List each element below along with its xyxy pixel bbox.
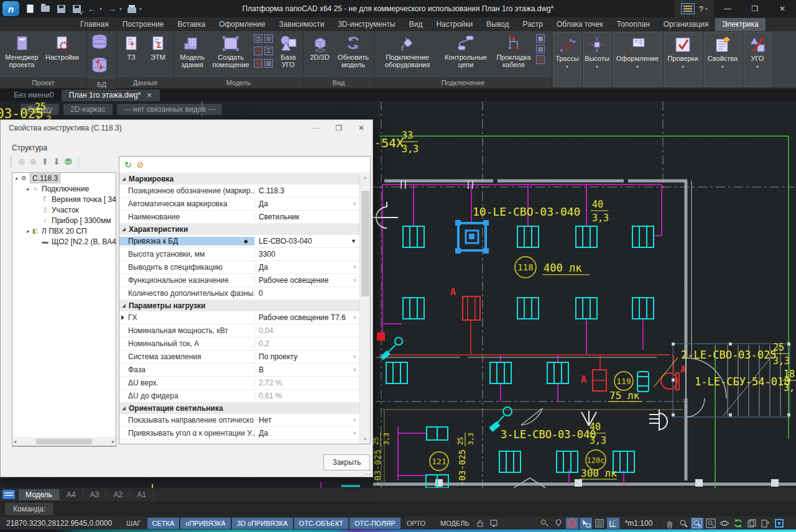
dropdown-caret-icon[interactable]: ˅	[353, 201, 356, 207]
proverki-button[interactable]: Проверки ▾	[664, 32, 701, 86]
light-cursor-icon[interactable]	[539, 518, 551, 529]
toggle-snap[interactable]: ШАГ	[121, 518, 146, 529]
viewport-frame-icon[interactable]	[773, 518, 785, 529]
section-expander-icon[interactable]	[122, 304, 126, 308]
ribbon-tab-oformlenie[interactable]: Оформление	[212, 18, 272, 31]
toggle-osnap[interactable]: оПРИВЯЗКА	[180, 518, 231, 529]
undo-icon[interactable]: ←	[86, 3, 98, 14]
trassy-button[interactable]: Трассы ▾	[553, 32, 581, 86]
scroll-right-icon[interactable]: ▸	[112, 439, 114, 444]
dropdown-caret-icon[interactable]: ˅	[353, 354, 356, 360]
print-icon[interactable]	[126, 3, 137, 14]
dropdown-caret-icon[interactable]: ▼	[351, 238, 356, 244]
section-expander-icon[interactable]	[122, 227, 126, 231]
project-manager-button[interactable]: Менеджер проекта	[1, 32, 42, 77]
layout-tab-a3[interactable]: А3	[83, 489, 107, 500]
redo-icon[interactable]: →	[106, 3, 118, 14]
maximize-button[interactable]: ❒	[741, 0, 769, 17]
section-orientation[interactable]: Ориентация светильника	[119, 403, 360, 414]
app-logo-icon[interactable]: n	[2, 1, 19, 16]
update-model-button[interactable]: Обновить модель	[335, 32, 372, 77]
project-settings-button[interactable]: Настройки	[42, 32, 82, 77]
ribbon-tab-vid[interactable]: Вид	[402, 18, 430, 31]
grid-vertical-scrollbar[interactable]: ˄ ˅	[359, 173, 370, 444]
dialog-close-icon[interactable]: ✕	[350, 120, 373, 136]
dialog-maximize-icon[interactable]: ❒	[328, 120, 350, 136]
scroll-up-icon[interactable]: ˄	[360, 173, 370, 183]
tree-horizontal-scrollbar[interactable]: ◂ ▸	[12, 437, 116, 446]
tree-item-cable-channel[interactable]: ◧ Л ПВХ 20 СП	[12, 226, 116, 236]
undo-caret-icon[interactable]: ▾	[100, 6, 102, 12]
bulb-icon[interactable]	[552, 518, 565, 529]
scroll-left-icon[interactable]: ◂	[14, 439, 16, 444]
drawing-explorer-icon[interactable]	[681, 3, 695, 14]
ribbon-tab-vstavka[interactable]: Вставка	[171, 18, 213, 31]
database-button[interactable]	[90, 33, 114, 54]
toggle-grid[interactable]: СЕТКА	[147, 518, 180, 529]
2d3d-button[interactable]: 2D/3D	[305, 32, 335, 77]
model-space-button[interactable]: МОДЕЛЬ	[437, 520, 473, 527]
scrollbar-thumb[interactable]	[361, 191, 369, 296]
help-caret-icon[interactable]: ▾	[705, 6, 708, 12]
dialog-minimize-icon[interactable]: —	[305, 120, 328, 136]
doc-tab-untitled[interactable]: Без имени0	[6, 89, 62, 101]
section-expander-icon[interactable]	[122, 406, 126, 410]
ribbon-tab-postroenie[interactable]: Построение	[116, 18, 171, 31]
zoom-window-icon[interactable]	[691, 518, 703, 529]
command-line[interactable]: Команда:	[0, 501, 796, 516]
connection-tool-grid-icon[interactable]: ▦	[536, 34, 545, 43]
toggle-polar[interactable]: ОТС-ПОЛЯР	[349, 518, 400, 529]
toggle-ortho[interactable]: ОРТО	[402, 518, 430, 529]
orbit-icon[interactable]	[718, 518, 731, 529]
zoom-icon[interactable]	[677, 518, 690, 529]
tz-button[interactable]: ТЗ	[118, 32, 144, 77]
dialog-resize-grip[interactable]	[365, 469, 371, 475]
connect-equipment-button[interactable]: Подключение оборудования	[376, 32, 439, 77]
dropdown-caret-icon[interactable]: ˅	[353, 367, 356, 373]
toggle-otrack[interactable]: ОТС-ОБЪЕКТ	[294, 518, 348, 529]
ribbon-tab-oblaka[interactable]: Облака точек	[550, 18, 610, 31]
expander-icon[interactable]	[26, 188, 29, 190]
model-tool-target-icon[interactable]: ◎	[264, 34, 273, 43]
layout-tab-a1[interactable]: А1	[130, 489, 154, 500]
close-button[interactable]: ✕	[769, 0, 796, 17]
minimize-button[interactable]: —	[714, 0, 741, 17]
control-circuits-button[interactable]: Контрольные цепи	[439, 32, 493, 77]
doc-tab-plan[interactable]: План 1го этажа.dwg* ✕	[62, 89, 160, 101]
command-prompt[interactable]: Команда:	[5, 503, 53, 515]
ribbon-tab-zavisimosti[interactable]: Зависимости	[272, 18, 331, 31]
tree-item-construct[interactable]: ⚙ С.118.3	[12, 173, 116, 183]
selection-list-icon[interactable]	[593, 518, 606, 529]
model-tool-cross-icon[interactable]: ✛	[254, 47, 262, 55]
add-from-db-icon[interactable]: ⛃	[65, 157, 72, 166]
tree-item-segment[interactable]: ▯ Участок	[12, 204, 116, 215]
tree-item-top-point[interactable]: Г Верхняя точка [ 34	[12, 194, 116, 204]
remove-icon[interactable]: ⊗	[30, 157, 37, 166]
linked-views-button[interactable]: --- нет связанных видов ---	[117, 104, 223, 115]
cable-routing-button[interactable]: Прокладка кабеля	[493, 32, 535, 77]
ribbon-tab-elektrika[interactable]: Электрика	[715, 18, 765, 31]
layout-tab-a4[interactable]: А4	[60, 489, 83, 500]
annotation-scale-button[interactable]: *m1:100	[620, 519, 658, 528]
ribbon-tab-glavnaya[interactable]: Главная	[73, 18, 116, 31]
regen-icon[interactable]	[732, 518, 744, 529]
scrollbar-thumb[interactable]	[36, 439, 92, 444]
visual-style-button[interactable]: 2D-каркас	[63, 104, 112, 115]
tree-item-device-point[interactable]: ♁ Прибор [ 3300мм	[12, 215, 116, 226]
doc-tab-close-icon[interactable]: ✕	[146, 91, 152, 99]
model-tool-ibeam-icon[interactable]: 工	[264, 47, 273, 55]
zoom-extents-icon[interactable]	[705, 518, 717, 529]
scroll-down-icon[interactable]: ˅	[360, 434, 370, 444]
connection-tool-wires-icon[interactable]: Ш	[536, 55, 545, 64]
ribbon-tab-nastroyki[interactable]: Настройки	[429, 18, 479, 31]
view-direction-button[interactable]: Сверху	[21, 104, 59, 115]
etm-button[interactable]: Σ ЭТМ	[144, 32, 172, 77]
svoistva-button[interactable]: Свойства ▾	[704, 32, 741, 86]
qat-overflow-icon[interactable]: ▾	[139, 6, 142, 12]
export-sheet-icon[interactable]	[759, 518, 772, 529]
ribbon-tab-rastr[interactable]: Растр	[516, 18, 550, 31]
new-file-icon[interactable]	[24, 3, 35, 14]
help-button[interactable]: ?	[699, 4, 703, 14]
select-similar-icon[interactable]	[580, 518, 592, 529]
save-icon[interactable]	[55, 3, 67, 14]
